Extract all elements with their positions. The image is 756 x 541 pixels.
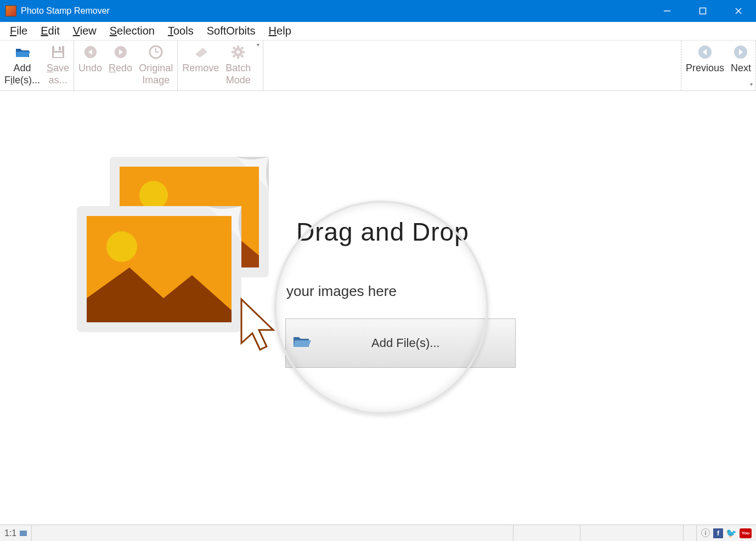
toolbar: AddFile(s)... Saveas... Undo Redo Ori [0,41,756,91]
remove-button[interactable]: Remove [179,42,222,76]
app-title: Photo Stamp Remover [21,6,110,16]
erase-icon [193,44,208,60]
toolbar-overflow-left[interactable]: ▾ [254,42,262,50]
social-links: i f 🐦 You [697,528,756,538]
zoom-indicator[interactable]: 1:1 [0,525,32,541]
status-bar: 1:1 i f 🐦 You [0,525,756,541]
svg-line-19 [233,47,235,49]
svg-rect-6 [59,47,61,50]
gear-icon [231,44,245,60]
redo-button[interactable]: Redo [105,42,136,76]
info-icon[interactable]: i [701,528,710,537]
status-cell-main [32,525,514,541]
svg-point-30 [106,231,137,262]
toolbar-group-history: Undo Redo Original Image [74,41,178,90]
svg-line-21 [241,47,243,49]
toolbar-group-process: Remove Batch Mode ▾ [178,41,263,90]
svg-rect-7 [54,53,63,57]
menu-file[interactable]: File [3,22,34,39]
drop-heading: Drag and Drop [296,217,469,247]
add-files-big-label: Add File(s)... [371,336,440,350]
minimize-icon [663,7,671,15]
maximize-button[interactable] [685,0,720,22]
svg-rect-31 [20,531,27,536]
original-image-button[interactable]: Original Image [136,42,176,87]
folder-icon [292,334,311,352]
close-button[interactable] [720,0,756,22]
menu-edit[interactable]: Edit [34,22,66,39]
undo-icon [83,44,98,60]
twitter-icon[interactable]: 🐦 [726,528,736,538]
status-cell-2 [514,525,580,541]
facebook-icon[interactable]: f [713,528,723,538]
next-icon [733,44,748,60]
svg-line-22 [233,55,235,57]
status-cell-4 [684,525,697,541]
youtube-icon[interactable]: You [740,528,752,538]
redo-icon [114,44,128,60]
menu-softorbits[interactable]: SoftOrbits [200,22,262,39]
save-icon [51,44,65,60]
toolbar-group-file: AddFile(s)... Saveas... [0,41,74,90]
previous-button[interactable]: Previous [682,42,727,76]
menu-bar: File Edit View Selection Tools SoftOrbit… [0,22,756,41]
title-bar: Photo Stamp Remover [0,0,756,22]
close-icon [735,7,742,15]
app-icon [5,5,16,16]
svg-line-20 [241,55,243,57]
previous-icon [697,44,713,60]
maximize-icon [699,7,707,15]
undo-button[interactable]: Undo [75,42,105,76]
svg-rect-1 [699,8,706,14]
drop-subheading: your images here [286,283,397,300]
add-files-button[interactable]: AddFile(s)... [1,42,43,87]
history-icon [149,44,163,60]
save-as-button[interactable]: Saveas... [43,42,72,87]
minimize-button[interactable] [649,0,685,22]
add-files-big-button[interactable]: Add File(s)... [285,318,516,368]
svg-point-27 [139,181,168,209]
toolbar-group-nav: Previous Next [681,41,756,90]
toolbar-overflow-right[interactable]: ▾ [747,81,755,89]
next-button[interactable]: Next [727,42,754,76]
menu-help[interactable]: Help [262,22,298,39]
menu-selection[interactable]: Selection [103,22,161,39]
menu-view[interactable]: View [66,22,103,39]
folder-open-icon [15,44,30,60]
menu-tools[interactable]: Tools [161,22,200,39]
canvas-drop-area[interactable]: Drag and Drop your images here Add File(… [0,91,756,525]
photo-stack-icon [77,157,285,354]
fit-screen-icon [19,529,27,537]
svg-point-14 [236,50,240,54]
batch-mode-button[interactable]: Batch Mode [222,42,254,87]
status-cell-3 [580,525,684,541]
